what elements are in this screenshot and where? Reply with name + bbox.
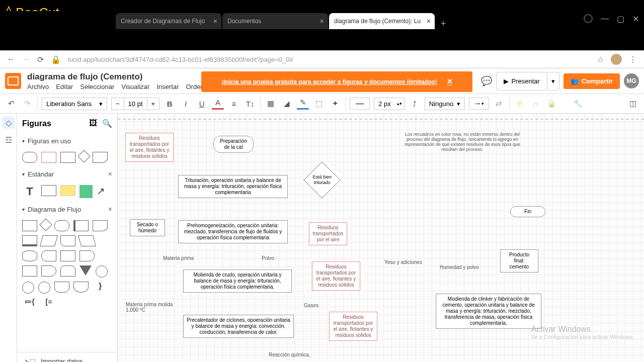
increase-button[interactable]: +: [147, 98, 159, 110]
fill-button[interactable]: ◢: [281, 98, 293, 110]
node-trituracion[interactable]: Trituración, operación unitaria y balanc…: [178, 175, 288, 198]
magnet-icon[interactable]: ∩: [530, 98, 542, 110]
trial-banner[interactable]: ¡Inicia una prueba gratuita para acceder…: [201, 71, 472, 92]
underline-button[interactable]: U: [196, 98, 208, 110]
text-size-button[interactable]: T↕: [244, 98, 256, 110]
line-color-button[interactable]: ✎: [297, 98, 309, 110]
flow-data[interactable]: [40, 235, 58, 246]
minimize-button[interactable]: —: [601, 14, 609, 24]
forward-button[interactable]: →: [22, 55, 30, 64]
line-width-stepper[interactable]: 2 px▴▾: [374, 98, 405, 110]
tab-creador[interactable]: Creador de Diagramas de Flujo×: [116, 13, 221, 29]
close-icon[interactable]: ×: [447, 76, 453, 87]
magic-button[interactable]: ✦: [329, 98, 341, 110]
panel-icon[interactable]: ◫: [627, 98, 639, 110]
font-select[interactable]: Liberation Sans▾: [42, 98, 107, 110]
search-icon[interactable]: 🔍: [102, 119, 112, 128]
font-size-stepper[interactable]: − 10 pt +: [111, 98, 159, 110]
flow-decision[interactable]: [39, 218, 52, 231]
new-tab-button[interactable]: +: [436, 19, 451, 29]
shape-block[interactable]: [79, 185, 93, 198]
shape-rect[interactable]: [60, 152, 75, 163]
reload-button[interactable]: ⟳: [37, 55, 44, 64]
back-button[interactable]: ←: [7, 55, 15, 64]
flow-shape-6[interactable]: [22, 235, 37, 246]
text-color-button[interactable]: A: [212, 98, 224, 110]
menu-editar[interactable]: Editar: [56, 83, 73, 90]
node-precalentador[interactable]: Precalentador de ciclones, opoeración un…: [183, 315, 294, 338]
shape-button[interactable]: ▦: [265, 98, 277, 110]
undo-button[interactable]: ↶: [5, 98, 17, 110]
arrow-start-select[interactable]: Ninguno▾: [425, 98, 465, 110]
section-estandar[interactable]: Estándar×: [17, 166, 117, 182]
url-text[interactable]: lucid.app/lucidchart/3df4747d-cd62-4c13-…: [68, 56, 590, 63]
shape-note[interactable]: [60, 185, 75, 196]
redo-button[interactable]: ↷: [21, 98, 33, 110]
flow-shape-11[interactable]: [41, 250, 56, 261]
lucid-logo[interactable]: [5, 73, 21, 89]
node-decision[interactable]: Está bien triturado: [303, 161, 341, 199]
flow-shape-22[interactable]: [73, 282, 89, 293]
flow-shape-16[interactable]: [60, 265, 75, 277]
close-icon[interactable]: ×: [108, 205, 112, 213]
close-button[interactable]: ✕: [632, 14, 639, 24]
profile-icon[interactable]: [584, 14, 593, 23]
node-prep-cal[interactable]: Preparación de la cal: [213, 136, 254, 153]
line-style-select[interactable]: —: [350, 98, 370, 110]
node-secado[interactable]: Secado o húmedo: [130, 219, 165, 236]
shapes-rail-icon[interactable]: ◇: [3, 117, 15, 129]
import-data-button[interactable]: ↘⬚ Importar datos: [17, 352, 117, 362]
node-residuos1[interactable]: Residuos transportados por el aire, flot…: [125, 133, 174, 162]
shape-diamond[interactable]: [77, 150, 90, 162]
maximize-button[interactable]: ▢: [617, 14, 624, 24]
tab-documentos[interactable]: Documentos×: [222, 13, 328, 29]
node-residuos3[interactable]: Residuos transportados por el aire, flot…: [329, 312, 377, 341]
close-icon[interactable]: ×: [108, 170, 112, 178]
node-residuos-aire[interactable]: Residuos transportados por el aire: [309, 222, 347, 245]
canvas[interactable]: Residuos transportados por el aire, flot…: [118, 114, 644, 362]
flow-predefined[interactable]: [73, 220, 89, 231]
close-icon[interactable]: ×: [427, 17, 431, 25]
close-icon[interactable]: ×: [213, 17, 217, 25]
shape-arrow[interactable]: [97, 185, 112, 196]
node-prehomo[interactable]: Prehomogeneización, operación unitaria: …: [178, 220, 288, 243]
flow-shape-15[interactable]: [41, 265, 56, 277]
decrease-button[interactable]: −: [112, 98, 124, 110]
flow-connector[interactable]: [96, 265, 108, 278]
shape-text[interactable]: T: [22, 185, 37, 198]
wrench-icon[interactable]: 🔧: [572, 98, 584, 110]
compartir-button[interactable]: 👥 Compartir: [564, 73, 620, 89]
section-flujo[interactable]: Diagrama de Flujo×: [17, 201, 117, 217]
image-icon[interactable]: 🖼: [89, 119, 97, 128]
flow-shape-9[interactable]: [78, 235, 96, 246]
flow-database[interactable]: [22, 250, 37, 261]
flow-terminator[interactable]: [54, 220, 69, 231]
arrow-end-select[interactable]: →▾: [469, 98, 489, 110]
flow-process[interactable]: [22, 220, 37, 231]
presentar-button[interactable]: ▶ Presentar: [496, 72, 547, 90]
flow-shape-14[interactable]: [22, 265, 37, 277]
section-en-uso[interactable]: Figuras en uso: [17, 133, 117, 149]
node-residuos2[interactable]: Residuos transportados por el aire, flot…: [312, 261, 360, 291]
flow-shape-13[interactable]: [79, 250, 95, 261]
menu-seleccionar[interactable]: Seleccionar: [80, 83, 114, 90]
flow-annotation[interactable]: [≡: [41, 298, 56, 306]
star-icon[interactable]: ☆: [597, 55, 604, 64]
shape-rect[interactable]: [41, 185, 56, 196]
flow-brace[interactable]: }: [93, 282, 108, 294]
bold-button[interactable]: B: [164, 98, 176, 110]
bolt-icon[interactable]: ⚡: [514, 98, 526, 110]
line-angle-button[interactable]: ⤴: [409, 98, 421, 110]
flow-shape-8[interactable]: [60, 235, 75, 246]
flow-or[interactable]: [38, 282, 50, 294]
shape-document[interactable]: [93, 152, 108, 163]
menu-icon[interactable]: ⋮: [629, 55, 637, 64]
presentar-dropdown[interactable]: ▾: [547, 72, 559, 90]
avatar[interactable]: [611, 54, 622, 65]
lock-icon[interactable]: 🔒: [546, 98, 558, 110]
layers-rail-icon[interactable]: ☲: [3, 134, 15, 146]
comment-icon[interactable]: 💬: [481, 75, 492, 86]
flow-shape-12[interactable]: [60, 250, 75, 261]
shape-options-button[interactable]: ⬚: [313, 98, 325, 110]
node-producto[interactable]: Producto final: cemento: [500, 249, 538, 273]
